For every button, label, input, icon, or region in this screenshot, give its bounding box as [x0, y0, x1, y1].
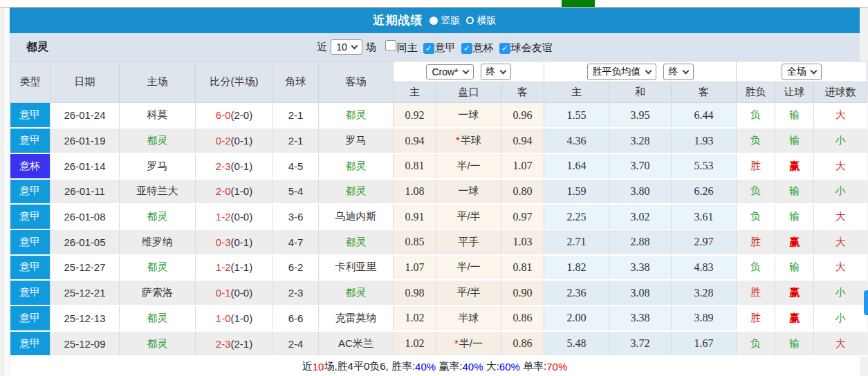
recent-count-select[interactable]: 10 [331, 39, 362, 55]
league-badge: 意甲 [10, 229, 50, 255]
avg-time-select[interactable]: 终 [663, 64, 694, 80]
col-header-home: 主场 [120, 62, 196, 103]
bookmaker-select[interactable]: Crow* [426, 64, 473, 79]
result-cell: 胜 [737, 229, 775, 255]
chevron-down-icon [462, 67, 469, 74]
checkbox-意杯[interactable]: ✓ [461, 43, 472, 54]
away-team: 罗马 [319, 128, 394, 153]
results-tbody: 意甲26-01-24科莫6-0(2-0)2-1都灵0.92一球0.961.553… [10, 103, 867, 357]
handicap-result-cell: 输 [775, 179, 814, 205]
score-halftime: (1-1) [231, 261, 253, 273]
summary-segment: 近 [302, 360, 313, 373]
summary-segment: 大: [483, 360, 499, 373]
score-fulltime: 1-0 [216, 312, 231, 324]
radio-vertical-view[interactable]: 竖版 [430, 15, 461, 27]
score-fulltime: 1-2 [216, 261, 231, 273]
checkbox-同主[interactable] [385, 40, 396, 51]
scope-select-value: 全场 [787, 66, 806, 78]
handicap-text: 半/一 [459, 337, 483, 349]
avg-home-odds: 2.00 [544, 306, 609, 331]
radio-horizontal-label[interactable]: 横版 [477, 15, 497, 27]
handicap-line: *半球 [436, 128, 501, 153]
titlebar: 近期战绩 竖版 横版 [10, 8, 860, 33]
checkbox-球会友谊[interactable]: ✓ [499, 43, 510, 54]
handicap-result-cell: 输 [775, 331, 814, 357]
away-team: 都灵 [319, 179, 394, 205]
avg-home-odds: 2.25 [544, 204, 609, 229]
avg-draw-odds: 3.80 [609, 179, 672, 205]
subcol-handicap: 盘口 [436, 82, 501, 103]
handicap-text: 平手 [459, 236, 479, 247]
table-row: 意甲25-12-21萨索洛0-1(0-0)2-3都灵0.98平/半0.902.3… [10, 280, 867, 306]
goals-cell: 小 [814, 128, 867, 153]
crow-away-odds: 1.03 [501, 229, 544, 255]
home-team: 都灵 [120, 204, 196, 229]
subcol-odds-home: 主 [394, 82, 436, 103]
match-score: 2-0(1-0) [196, 179, 273, 205]
avg-draw-odds: 3.70 [609, 153, 672, 179]
avg-draw-odds: 3.72 [609, 331, 672, 357]
handicap-line: 一球 [436, 103, 501, 129]
handicap-line: *半/一 [436, 331, 501, 357]
home-team: 罗马 [120, 153, 196, 179]
avg-home-odds: 1.82 [544, 255, 609, 281]
home-team: 都灵 [120, 306, 196, 331]
avg-away-odds: 1.67 [672, 331, 737, 357]
avg-away-odds: 5.53 [672, 153, 737, 179]
score-halftime: (1-0) [231, 185, 253, 197]
crow-home-odds: 0.91 [394, 204, 436, 229]
avg-time-select-value: 终 [669, 66, 678, 78]
odds-time-select[interactable]: 终 [481, 64, 511, 80]
radio-horizontal-view[interactable]: 横版 [466, 15, 497, 27]
radio-vertical-label[interactable]: 竖版 [441, 15, 461, 27]
avg-draw-odds: 2.88 [609, 229, 672, 255]
avg-type-select[interactable]: 胜平负均值 [587, 64, 656, 80]
radio-icon[interactable] [466, 17, 474, 24]
subcol-avg-away: 客 [672, 82, 737, 103]
score-fulltime: 2-0 [216, 185, 231, 197]
matches-label: 场 [366, 41, 376, 54]
match-score: 0-1(0-0) [196, 280, 273, 306]
checkbox-意甲[interactable]: ✓ [423, 43, 434, 54]
match-date: 26-01-19 [50, 128, 120, 153]
avg-home-odds: 2.71 [544, 229, 609, 255]
table-row: 意甲26-01-11亚特兰大2-0(1-0)5-4都灵1.08一球0.801.5… [10, 179, 867, 205]
handicap-line: 半/一 [436, 255, 501, 281]
corner-score: 2-4 [273, 331, 319, 357]
match-date: 25-12-09 [50, 331, 120, 357]
filterbar: 都灵 近 10 场 同主✓意甲✓意杯✓球会友谊 [10, 33, 860, 61]
handicap-text: 半/一 [456, 160, 480, 171]
result-cell: 胜 [737, 306, 775, 331]
table-header: 类型 日期 主场 比分(半场) 角球 客场 Crow* 终 [10, 62, 867, 103]
avg-away-odds: 3.61 [672, 204, 737, 229]
crow-away-odds: 0.90 [501, 280, 544, 306]
corner-score: 5-4 [273, 179, 319, 205]
corner-score: 4-5 [273, 153, 319, 179]
view-mode-radios: 竖版 横版 [430, 15, 497, 27]
result-cell: 胜 [737, 153, 775, 179]
match-date: 25-12-27 [50, 255, 120, 281]
handicap-text: 一球 [459, 185, 479, 196]
score-fulltime: 2-3 [216, 338, 231, 350]
corner-score: 3-6 [273, 204, 319, 229]
star-icon: * [454, 337, 459, 349]
table-row: 意甲26-01-19都灵0-2(0-1)2-1罗马0.94*半球0.944.36… [10, 128, 867, 153]
scroll-sliver[interactable] [864, 290, 868, 315]
result-cell: 负 [737, 255, 775, 281]
goals-cell: 大 [814, 229, 867, 255]
handicap-result-cell: 赢 [775, 229, 814, 255]
avg-draw-odds: 3.38 [609, 306, 672, 331]
col-header-score: 比分(半场) [196, 62, 273, 103]
star-icon: * [456, 134, 460, 146]
league-badge: 意甲 [10, 103, 50, 129]
summary-segment: 单率: [520, 360, 546, 373]
chevron-down-icon [499, 67, 506, 74]
scope-select[interactable]: 全场 [782, 64, 822, 80]
league-badge: 意甲 [10, 255, 50, 281]
match-score: 2-3(2-1) [196, 331, 273, 357]
handicap-text: 半球 [461, 134, 481, 146]
team-name: 都灵 [26, 33, 48, 61]
radio-icon[interactable] [430, 17, 438, 25]
crow-away-odds: 0.81 [501, 255, 544, 281]
handicap-result-cell: 输 [775, 255, 814, 281]
